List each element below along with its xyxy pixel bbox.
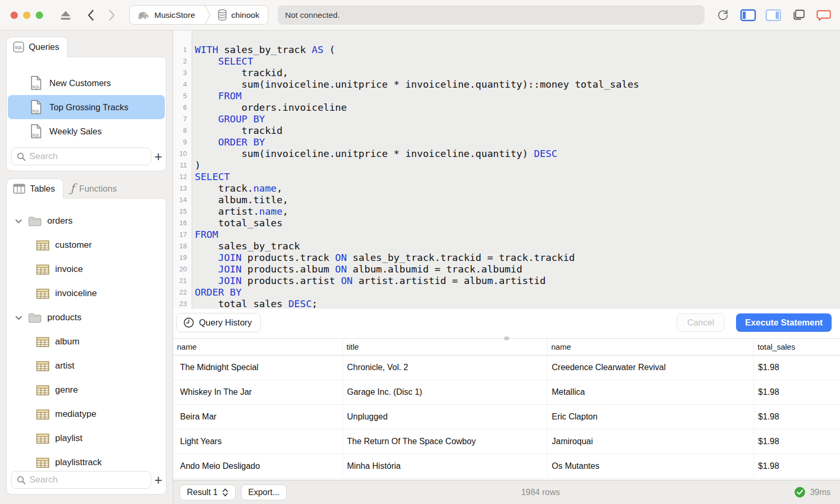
toggle-right-sidebar-button[interactable] — [764, 6, 782, 24]
splitter-drag-handle[interactable] — [504, 337, 509, 340]
refresh-icon — [717, 9, 729, 22]
tree-folder-label: products — [47, 312, 81, 323]
table-cell[interactable]: The Midnight Special — [173, 355, 343, 380]
clock-icon — [183, 317, 194, 328]
table-cell[interactable]: Unplugged — [343, 405, 548, 429]
table-cell[interactable]: Os Mutantes — [548, 454, 754, 478]
cancel-button[interactable]: Cancel — [677, 313, 724, 332]
main-area: 123456789101112131415161718192021222324 … — [173, 30, 840, 504]
windows-icon — [792, 9, 805, 22]
table-cell[interactable]: $1.98 — [754, 454, 840, 478]
sql-file-icon: SQL — [30, 124, 42, 139]
tab-queries[interactable]: SQL Queries — [6, 37, 68, 57]
close-window-button[interactable] — [10, 12, 18, 19]
forward-button[interactable] — [103, 6, 121, 24]
tree-table-row[interactable]: mediatype — [7, 402, 166, 426]
queries-search-field[interactable] — [11, 148, 151, 165]
table-cell[interactable]: $1.98 — [754, 380, 840, 404]
sql-code-area[interactable]: WITH sales_by_track AS ( SELECT trackid,… — [192, 30, 836, 309]
table-cell[interactable]: $1.98 — [754, 355, 840, 380]
table-row[interactable]: Whiskey In The JarGarage Inc. (Disc 1)Me… — [173, 380, 840, 405]
table-cell[interactable]: Chronicle, Vol. 2 — [343, 355, 548, 380]
column-header[interactable]: title — [343, 339, 548, 355]
tree-table-row[interactable]: playlist — [7, 426, 166, 450]
queries-panel: SQLNew CustomersSQLTop Grossing TracksSQ… — [6, 57, 166, 171]
execute-statement-button[interactable]: Execute Statement — [736, 313, 832, 332]
tree-table-row[interactable]: album — [7, 330, 166, 354]
query-list-item[interactable]: SQLWeekly Sales — [8, 119, 165, 143]
column-header[interactable]: total_sales — [754, 339, 840, 355]
table-row[interactable]: Ando Meio DesligadoMinha HistóriaOs Muta… — [173, 454, 840, 479]
column-header[interactable]: name — [173, 339, 343, 355]
table-cell[interactable]: Light Years — [173, 429, 343, 454]
search-icon — [17, 476, 26, 485]
result-select[interactable]: Result 1 — [180, 485, 236, 500]
tab-functions[interactable]: ƒ Functions — [64, 178, 125, 198]
editor-action-bar: Query History Cancel Execute Statement — [173, 309, 840, 339]
tree-table-row[interactable]: customer — [7, 233, 166, 257]
refresh-button[interactable] — [714, 6, 732, 24]
table-cell[interactable]: Garage Inc. (Disc 1) — [343, 380, 548, 404]
tables-search-input[interactable] — [29, 475, 145, 485]
line-number: 13 — [173, 183, 187, 194]
table-row[interactable]: The Midnight SpecialChronicle, Vol. 2Cre… — [173, 355, 840, 380]
tree-table-row[interactable]: artist — [7, 354, 166, 378]
tree-table-row[interactable]: genre — [7, 378, 166, 402]
queries-search-input[interactable] — [29, 151, 145, 162]
chevron-down-icon[interactable] — [15, 316, 23, 320]
chevron-down-icon[interactable] — [15, 219, 23, 224]
tables-panel: orderscustomerinvoiceinvoicelineproducts… — [6, 198, 166, 495]
tree-folder-row[interactable]: products — [7, 306, 166, 330]
table-cell[interactable]: Beira Mar — [173, 405, 343, 429]
svg-text:SQL: SQL — [32, 133, 40, 138]
tables-search-field[interactable] — [11, 471, 151, 489]
breadcrumb-server[interactable]: MusicStore — [130, 9, 204, 21]
back-button[interactable] — [82, 6, 100, 24]
table-cell[interactable]: The Return Of The Space Cowboy — [343, 429, 548, 454]
table-cell[interactable]: Whiskey In The Jar — [173, 380, 343, 404]
line-number: 6 — [173, 102, 187, 113]
tree-table-row[interactable]: invoice — [7, 257, 166, 281]
tree-folder-row[interactable]: orders — [7, 209, 166, 233]
code-line: JOIN products.album ON album.albumid = t… — [195, 264, 836, 275]
zoom-window-button[interactable] — [36, 12, 43, 19]
tree-table-row[interactable]: invoiceline — [7, 281, 166, 306]
windows-button[interactable] — [790, 6, 807, 24]
add-query-button[interactable]: + — [154, 151, 162, 162]
line-number: 12 — [173, 171, 187, 183]
table-cell[interactable]: Metallica — [548, 380, 754, 404]
table-cell[interactable]: Creedence Clearwater Revival — [548, 355, 754, 380]
column-header[interactable]: name — [548, 339, 754, 355]
toggle-left-sidebar-icon — [740, 9, 756, 22]
line-number: 2 — [173, 56, 187, 67]
toggle-left-sidebar-button[interactable] — [739, 6, 757, 24]
table-cell[interactable]: $1.98 — [754, 405, 840, 429]
table-cell[interactable]: $1.98 — [754, 429, 840, 454]
chevron-up-down-icon — [222, 488, 228, 497]
table-cell[interactable]: Eric Clapton — [548, 405, 754, 429]
breadcrumb-database[interactable]: chinook — [211, 9, 268, 21]
eject-icon — [59, 10, 72, 20]
line-number: 4 — [173, 79, 187, 90]
add-table-button[interactable]: + — [154, 474, 162, 486]
sql-editor[interactable]: 123456789101112131415161718192021222324 … — [173, 30, 840, 309]
toggle-right-sidebar-icon — [765, 9, 781, 22]
query-list-item[interactable]: SQLNew Customers — [8, 71, 165, 95]
table-cell[interactable]: Jamiroquai — [548, 429, 754, 454]
feedback-button[interactable] — [815, 6, 833, 24]
tab-tables[interactable]: Tables — [6, 178, 64, 198]
minimize-window-button[interactable] — [23, 12, 30, 19]
line-number: 3 — [173, 67, 187, 79]
query-list-item[interactable]: SQLTop Grossing Tracks — [8, 95, 165, 119]
table-grid-icon — [36, 288, 49, 299]
table-cell[interactable]: Ando Meio Desligado — [173, 454, 343, 478]
export-button[interactable]: Export... — [241, 485, 287, 500]
line-number: 22 — [173, 287, 187, 298]
toolbar: MusicStore chinook Not connected. — [0, 0, 840, 30]
table-cell[interactable]: Minha História — [343, 454, 548, 478]
query-history-button[interactable]: Query History — [176, 313, 261, 332]
table-row[interactable]: Beira MarUnpluggedEric Clapton$1.98 — [173, 405, 840, 429]
eject-button[interactable] — [57, 6, 75, 24]
code-line: sum(invoiceline.unitprice * invoiceline.… — [195, 79, 836, 90]
table-row[interactable]: Light YearsThe Return Of The Space Cowbo… — [173, 429, 840, 454]
